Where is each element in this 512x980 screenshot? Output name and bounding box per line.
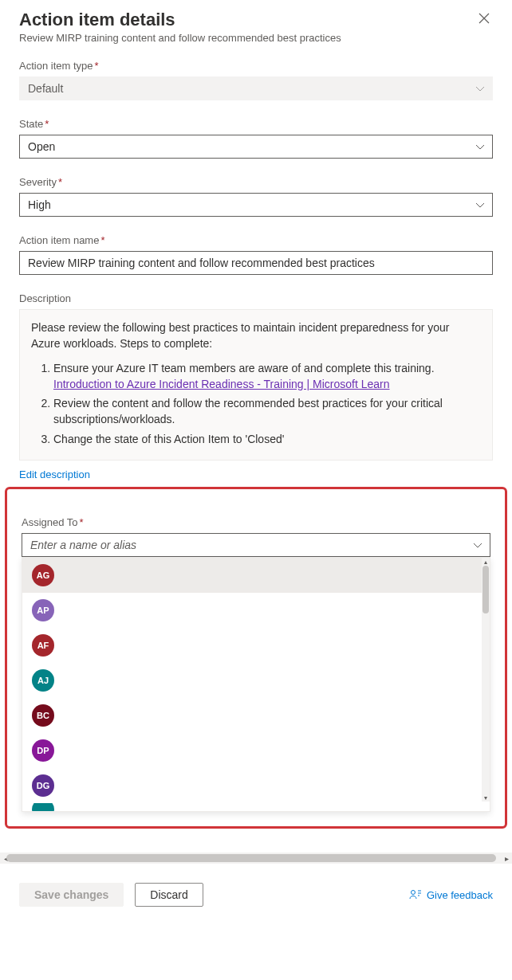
avatar: AG [32,564,54,586]
scroll-right-arrow[interactable]: ▸ [501,853,512,864]
horizontal-scrollbar[interactable]: ◂ ▸ [0,853,512,864]
description-label: Description [19,292,493,304]
person-option[interactable]: AJ [22,663,490,698]
person-option[interactable]: AP [22,593,490,628]
assigned-to-highlight: Assigned To* Enter a name or alias AGAPA… [5,487,507,829]
discard-button[interactable]: Discard [135,883,203,907]
save-button[interactable]: Save changes [19,883,124,907]
state-label: State* [19,118,493,130]
panel-title: Action item details [19,10,341,30]
name-input[interactable] [19,251,493,275]
severity-label: Severity* [19,176,493,188]
vertical-scrollbar[interactable]: ▴ ▾ [482,558,490,802]
assigned-to-input[interactable]: Enter a name or alias [22,533,490,557]
avatar: AP [32,599,54,621]
name-label: Action item name* [19,234,493,246]
person-option[interactable]: AF [22,628,490,663]
description-intro: Please review the following best practic… [31,321,450,350]
person-option[interactable] [22,803,490,812]
scrollbar-thumb[interactable] [6,854,496,862]
feedback-link[interactable]: Give feedback [409,888,493,901]
person-option[interactable]: DG [22,768,490,803]
close-icon [479,13,490,24]
avatar: AJ [32,669,54,692]
edit-description-link[interactable]: Edit description [19,468,90,480]
svg-point-0 [411,891,415,895]
description-step-3: Change the state of this Action Item to … [53,431,481,447]
avatar: DG [32,774,54,797]
avatar [32,803,54,812]
avatar: AF [32,634,54,657]
person-option[interactable]: AG [22,558,490,593]
person-option[interactable]: DP [22,733,490,768]
scrollbar-thumb[interactable] [482,566,489,613]
severity-select[interactable]: High [19,193,493,217]
description-box: Please review the following best practic… [19,309,493,461]
avatar: BC [32,704,54,727]
type-select: Default [19,76,493,100]
close-button[interactable] [475,10,493,29]
scroll-down-arrow[interactable]: ▾ [482,794,490,802]
description-step-2: Review the content and follow the recomm… [53,395,481,428]
type-label: Action item type* [19,60,493,72]
person-option[interactable]: BC [22,698,490,733]
avatar: DP [32,739,54,762]
assigned-to-label: Assigned To* [22,516,490,528]
panel-subtitle: Review MIRP training content and follow … [19,32,341,44]
state-select[interactable]: Open [19,135,493,159]
description-step-1: Ensure your Azure IT team members are aw… [53,360,481,393]
scroll-up-arrow[interactable]: ▴ [482,558,490,566]
feedback-icon [409,888,422,901]
training-link[interactable]: Introduction to Azure Incident Readiness… [53,378,390,390]
assigned-to-dropdown[interactable]: AGAPAFAJBCDPDG ▴ ▾ [22,557,490,812]
